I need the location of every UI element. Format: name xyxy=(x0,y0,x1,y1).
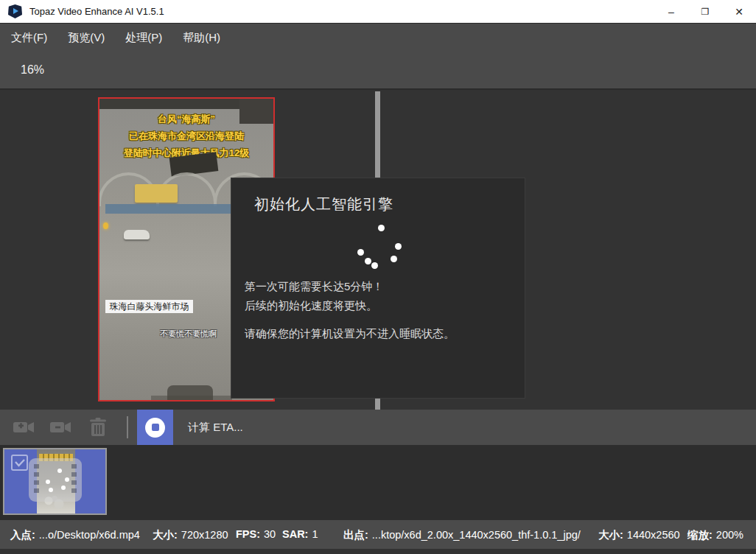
title-bar: Topaz Video Enhance AI V1.5.1 – ❐ ✕ xyxy=(0,0,756,24)
trash-icon xyxy=(88,417,108,438)
status-bar: 入点:...o/Desktop/x6d.mp4 大小:720x1280 FPS:… xyxy=(0,520,756,549)
stop-processing-button[interactable] xyxy=(137,410,173,445)
status-input-path: 入点:...o/Desktop/x6d.mp4 xyxy=(10,528,140,542)
clip-list-strip xyxy=(0,445,756,520)
status-scale: 缩放:200% xyxy=(687,528,743,542)
video-scene-light xyxy=(103,222,108,229)
status-sar: SAR:1 xyxy=(282,528,318,540)
dialog-body-text: 第一次可能需要长达5分钟！ 后续的初始化速度将更快。 请确保您的计算机设置为不进… xyxy=(245,277,455,343)
video-sub-caption: 不要慌不要慌啊 xyxy=(160,329,217,340)
film-frame-icon xyxy=(29,458,82,502)
preview-area: 台风“海高斯” 已在珠海市金湾区沿海登陆 登陆时中心附近最大风力12级 珠海白藤… xyxy=(0,90,756,410)
menu-file[interactable]: 文件(F) xyxy=(11,31,47,45)
add-clip-button[interactable] xyxy=(13,417,35,438)
remove-clip-button[interactable] xyxy=(49,417,71,438)
clip-thumbnail-selected[interactable] xyxy=(3,448,107,515)
menu-process[interactable]: 处理(P) xyxy=(125,31,162,45)
init-engine-dialog: 初始化人工智能引擎 第一次可能需要长达5分钟！ 后续的初始化速度将更快。 请确保… xyxy=(231,178,525,399)
eta-label: 计算 ETA... xyxy=(188,421,243,435)
app-logo-icon xyxy=(8,4,22,18)
toolbar-divider xyxy=(127,416,128,438)
status-input-size: 大小:720x1280 xyxy=(153,528,228,542)
window-bottom-edge xyxy=(0,549,756,554)
video-location-label: 珠海白藤头海鲜市场 xyxy=(105,300,193,313)
delete-clip-button[interactable] xyxy=(88,417,111,438)
status-output-path: 出点:...ktop/x6d_2.00x_1440x2560_thf-1.0.1… xyxy=(343,528,581,542)
menu-help[interactable]: 帮助(H) xyxy=(183,31,220,45)
dialog-title: 初始化人工智能引擎 xyxy=(254,194,393,214)
window-controls: – ❐ ✕ xyxy=(654,0,756,24)
stop-processing-icon xyxy=(145,418,165,438)
status-fps: FPS:30 xyxy=(236,528,276,540)
menu-preview[interactable]: 预览(V) xyxy=(68,31,105,45)
window-title: Topaz Video Enhance AI V1.5.1 xyxy=(29,6,164,17)
close-button[interactable]: ✕ xyxy=(722,0,756,24)
minimize-button[interactable]: – xyxy=(654,0,688,24)
camera-plus-icon xyxy=(13,417,35,438)
menu-bar: 文件(F) 预览(V) 处理(P) 帮助(H) xyxy=(0,24,756,52)
status-output-size: 大小:1440x2560 xyxy=(598,528,680,542)
video-scene-yellow-sign xyxy=(135,184,178,203)
camera-minus-icon xyxy=(49,417,71,438)
checkmark-icon xyxy=(15,459,25,467)
maximize-button[interactable]: ❐ xyxy=(688,0,722,24)
video-scene-car xyxy=(124,230,150,239)
video-scene-shadow xyxy=(151,396,232,400)
zoom-level-label: 16% xyxy=(21,63,44,77)
process-toolbar: 计算 ETA... xyxy=(0,410,756,445)
clip-checkbox[interactable] xyxy=(11,455,28,471)
video-caption-lines: 台风“海高斯” 已在珠海市金湾区沿海登陆 登陆时中心附近最大风力12级 xyxy=(99,111,273,161)
app-window: Topaz Video Enhance AI V1.5.1 – ❐ ✕ 文件(F… xyxy=(0,0,756,554)
playback-toolbar: 16% / 357 [ : ] xyxy=(0,52,756,90)
